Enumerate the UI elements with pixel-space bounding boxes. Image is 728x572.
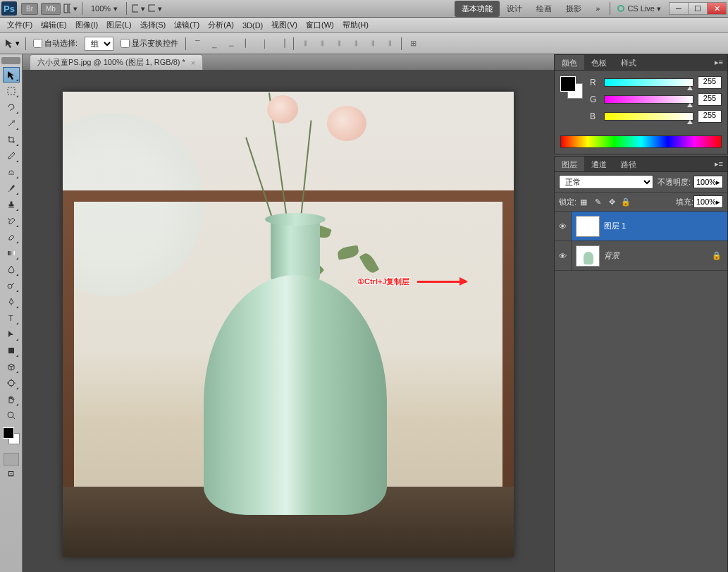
type-tool[interactable]: T [3,310,20,326]
menu-help[interactable]: 帮助(H) [338,18,373,32]
blur-tool[interactable] [3,262,20,277]
b-value[interactable]: 255 [698,110,722,123]
r-slider[interactable] [604,78,693,87]
workspace-more-icon[interactable]: » [588,1,607,16]
tab-swatches[interactable]: 色板 [584,55,614,70]
menu-window[interactable]: 窗口(W) [302,18,338,32]
crop-tool[interactable] [3,132,20,147]
history-brush-tool[interactable] [3,213,20,229]
tab-color[interactable]: 颜色 [555,55,584,70]
move-tool-preset-icon[interactable]: ▾ [4,36,20,51]
align-right-icon[interactable]: ▕ [274,36,290,51]
maximize-button[interactable]: ☐ [688,2,708,15]
close-button[interactable]: ✕ [707,2,727,15]
tab-paths[interactable]: 路径 [614,157,643,171]
auto-align-icon[interactable]: ⊞ [405,36,421,51]
shape-tool[interactable] [3,343,20,358]
lasso-tool[interactable] [3,99,20,115]
zoom-tool[interactable] [3,408,20,423]
foreground-swatch[interactable] [3,427,14,439]
dist-bottom-icon[interactable]: ⫴ [331,36,347,51]
layer-thumbnail[interactable] [576,245,600,267]
menu-select[interactable]: 选择(S) [136,18,171,32]
canvas[interactable] [63,92,514,557]
3d-tool[interactable] [3,359,20,375]
dist-left-icon[interactable]: ⫴ [348,36,364,51]
3d-camera-tool[interactable] [3,375,20,391]
screenmode-icon[interactable]: ▾ [148,2,162,15]
lock-all-icon[interactable]: 🔒 [620,196,631,207]
marquee-tool[interactable] [3,83,20,99]
healing-tool[interactable] [3,164,20,180]
cslive-button[interactable]: CS Live ▾ [613,4,665,13]
screenmode-toggle[interactable]: ⊡ [4,467,19,480]
g-slider[interactable] [604,95,693,104]
layers-panel-menu-icon[interactable]: ▸≡ [710,157,727,171]
toolbox-collapse[interactable] [1,57,20,64]
eraser-tool[interactable] [3,229,20,245]
workspace-photography[interactable]: 摄影 [559,1,588,17]
menu-filter[interactable]: 滤镜(T) [170,18,204,32]
bridge-button[interactable]: Br [21,3,38,15]
workspace-design[interactable]: 设计 [500,1,529,17]
tab-layers[interactable]: 图层 [555,157,584,171]
align-top-icon[interactable]: ⎺ [190,36,205,51]
align-bottom-icon[interactable]: ⎽ [223,36,239,51]
fill-value[interactable]: 100%▸ [693,195,723,208]
visibility-toggle-icon[interactable]: 👁 [555,212,572,241]
lock-position-icon[interactable]: ✥ [606,196,617,207]
auto-select-mode[interactable]: 组 [85,37,113,51]
move-tool[interactable] [3,67,20,83]
hand-tool[interactable] [3,391,20,407]
show-transform-checkbox[interactable]: 显示变换控件 [121,38,178,49]
layer-name[interactable]: 背景 [604,250,712,261]
color-swatches[interactable] [3,427,19,449]
menu-layer[interactable]: 图层(L) [102,18,135,32]
r-value[interactable]: 255 [698,76,722,89]
layer-row[interactable]: 👁 图层 1 [555,212,727,241]
tab-channels[interactable]: 通道 [584,157,614,171]
pen-tool[interactable] [3,294,20,310]
auto-select-checkbox[interactable]: 自动选择: [33,38,78,49]
minibridge-button[interactable]: Mb [41,3,61,15]
spectrum-bar[interactable] [560,135,722,148]
path-select-tool[interactable] [3,327,20,342]
align-hcenter-icon[interactable]: │ [257,36,273,51]
zoom-display[interactable]: 100%▾ [85,4,123,13]
dist-hcenter-icon[interactable]: ⫴ [365,36,381,51]
menu-analysis[interactable]: 分析(A) [204,18,238,32]
menu-image[interactable]: 图像(I) [71,18,102,32]
workspace-painting[interactable]: 绘画 [529,1,559,17]
minimize-button[interactable]: ─ [669,2,689,15]
menu-view[interactable]: 视图(V) [267,18,302,32]
layer-row[interactable]: 👁 背景 🔒 [555,241,727,271]
visibility-toggle-icon[interactable]: 👁 [555,241,572,270]
b-slider[interactable] [604,112,693,121]
workspace-essentials[interactable]: 基本功能 [455,1,500,17]
dodge-tool[interactable] [3,278,20,293]
align-left-icon[interactable]: ▏ [240,36,256,51]
menu-edit[interactable]: 编辑(E) [37,18,71,32]
menu-file[interactable]: 文件(F) [3,18,37,32]
blend-mode-select[interactable]: 正常 [559,175,653,189]
tab-close-icon[interactable]: × [191,59,195,67]
quickmask-toggle[interactable] [4,453,19,465]
g-value[interactable]: 255 [698,93,722,106]
dist-right-icon[interactable]: ⫴ [382,36,397,51]
wand-tool[interactable] [3,116,20,131]
canvas-viewport[interactable] [23,70,554,572]
lock-transparent-icon[interactable]: ▦ [578,196,589,207]
menu-3d[interactable]: 3D(D) [238,20,267,31]
panel-color-swatches[interactable] [560,76,584,100]
opacity-value[interactable]: 100%▸ [693,176,723,188]
lock-pixels-icon[interactable]: ✎ [592,196,603,207]
color-panel-menu-icon[interactable]: ▸≡ [710,55,727,70]
document-tab[interactable]: 六小灵童PS.jpg @ 100% (图层 1, RGB/8) *× [30,54,203,70]
dist-top-icon[interactable]: ⫴ [297,36,313,51]
arrange-docs-icon[interactable]: ▾ [63,2,78,15]
eyedropper-tool[interactable] [3,148,20,164]
layer-name[interactable]: 图层 1 [604,221,727,231]
brush-tool[interactable] [3,181,20,196]
tab-styles[interactable]: 样式 [614,55,643,70]
hand-icon[interactable]: ▾ [131,2,145,15]
